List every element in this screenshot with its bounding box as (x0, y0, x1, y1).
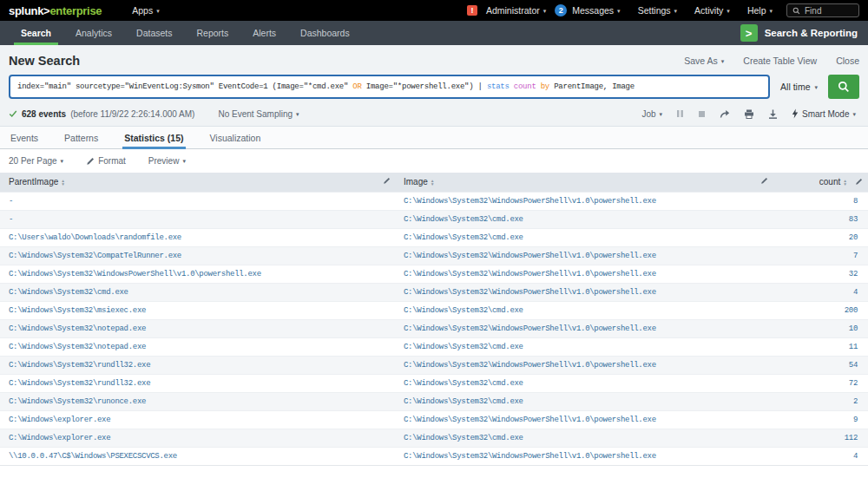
count-cell[interactable]: 11 (773, 337, 868, 356)
tab-statistics[interactable]: Statistics (15) (122, 127, 185, 148)
parent-image-cell[interactable]: C:\Windows\System32\notepad.exe (0, 337, 378, 356)
count-cell[interactable]: 2 (773, 392, 868, 410)
find-search-box[interactable] (786, 3, 859, 17)
image-cell[interactable]: C:\Windows\System32\WindowsPowerShell\v1… (395, 265, 755, 283)
count-cell[interactable]: 8 (773, 192, 868, 210)
parent-image-cell[interactable]: C:\Windows\System32\rundll32.exe (0, 374, 378, 392)
appnav-item-dashboards[interactable]: Dashboards (288, 21, 362, 45)
count-cell[interactable]: 4 (773, 447, 868, 465)
tab-visualization[interactable]: Visualization (208, 127, 263, 148)
current-app[interactable]: > Search & Reporting (740, 21, 868, 45)
activity-menu[interactable]: Activity ▾ (686, 0, 739, 21)
image-cell[interactable]: C:\Windows\System32\cmd.exe (395, 429, 755, 447)
messages-count-badge[interactable]: 2 (555, 4, 567, 16)
count-cell[interactable]: 9 (773, 410, 868, 429)
image-cell[interactable]: C:\Windows\System32\WindowsPowerShell\v1… (395, 246, 755, 265)
count-cell[interactable]: 83 (773, 210, 868, 228)
chevron-down-icon: ▾ (852, 111, 856, 117)
parent-image-cell[interactable]: C:\Windows\System32\runonce.exe (0, 392, 378, 410)
image-cell[interactable]: C:\Windows\System32\cmd.exe (395, 228, 755, 246)
user-menu[interactable]: Administrator ▾ (477, 0, 555, 21)
export-icon[interactable] (768, 109, 778, 119)
count-cell[interactable]: 32 (773, 265, 868, 283)
column-header-parentimage[interactable]: ParentImage ▴▾ (0, 173, 378, 192)
parent-image-cell[interactable]: C:\Windows\System32\CompatTelRunner.exe (0, 246, 378, 265)
settings-menu[interactable]: Settings ▾ (629, 0, 686, 21)
appnav-item-alerts[interactable]: Alerts (240, 21, 288, 45)
splunk-logo[interactable]: splunk>enterprise (9, 4, 102, 17)
format-menu[interactable]: Format (86, 156, 126, 166)
parent-image-cell[interactable]: C:\Windows\explorer.exe (0, 410, 378, 429)
job-menu[interactable]: Job ▾ (641, 109, 662, 119)
pencil-icon (86, 157, 95, 166)
messages-menu[interactable]: Messages ▾ (567, 0, 628, 21)
image-cell[interactable]: C:\Windows\System32\cmd.exe (395, 210, 755, 228)
parent-image-cell[interactable]: C:\Windows\System32\cmd.exe (0, 283, 378, 301)
print-icon[interactable] (744, 109, 754, 119)
tab-patterns[interactable]: Patterns (62, 127, 100, 148)
parent-image-cell[interactable]: C:\Users\waldo\Downloads\randomfile.exe (0, 228, 378, 246)
format-label: Format (98, 156, 126, 166)
column-label: Image (404, 177, 428, 187)
apps-menu[interactable]: Apps ▾ (123, 0, 168, 21)
parent-image-cell[interactable]: C:\Windows\System32\rundll32.exe (0, 356, 378, 374)
per-page-menu[interactable]: 20 Per Page ▾ (9, 156, 63, 166)
column-header-image[interactable]: Image ▴▾ (395, 173, 755, 192)
alert-badge[interactable]: ! (467, 5, 477, 16)
share-icon[interactable] (720, 109, 730, 119)
top-bar: splunk>enterprise Apps ▾ ! Administrator… (0, 0, 868, 21)
parent-image-cell[interactable]: C:\Windows\System32\WindowsPowerShell\v1… (0, 265, 378, 283)
find-input[interactable] (805, 6, 848, 16)
create-table-view-button[interactable]: Create Table View (743, 56, 817, 66)
save-as-button[interactable]: Save As ▾ (684, 56, 724, 66)
parent-image-cell[interactable]: - (0, 192, 378, 210)
image-cell[interactable]: C:\Windows\System32\WindowsPowerShell\v1… (395, 319, 755, 337)
count-cell[interactable]: 72 (773, 374, 868, 392)
parent-image-cell[interactable]: - (0, 210, 378, 228)
image-cell[interactable]: C:\Windows\System32\WindowsPowerShell\v1… (395, 283, 755, 301)
count-cell[interactable]: 20 (773, 228, 868, 246)
count-cell[interactable]: 10 (773, 319, 868, 337)
pause-icon[interactable] (676, 109, 684, 118)
close-button[interactable]: Close (836, 56, 859, 66)
event-sampling-menu[interactable]: No Event Sampling ▾ (218, 109, 299, 119)
image-cell[interactable]: C:\Windows\System32\WindowsPowerShell\v1… (395, 410, 755, 429)
stop-icon[interactable] (698, 110, 706, 118)
appnav-item-datasets[interactable]: Datasets (124, 21, 184, 45)
count-cell[interactable]: 112 (773, 429, 868, 447)
count-cell[interactable]: 4 (773, 283, 868, 301)
appnav-item-analytics[interactable]: Analytics (63, 21, 124, 45)
time-range-picker[interactable]: All time ▾ (770, 75, 828, 99)
parent-image-cell[interactable]: \\10.0.0.47\C$\Windows\PSEXECSCVCS.exe (0, 447, 378, 465)
count-cell[interactable]: 200 (773, 301, 868, 319)
edit-col-spacer (755, 392, 773, 410)
parent-image-cell[interactable]: C:\Windows\explorer.exe (0, 429, 378, 447)
search-bar-row: index="main" sourcetype="WinEventLog:Sys… (9, 75, 859, 99)
image-cell[interactable]: C:\Windows\System32\cmd.exe (395, 301, 755, 319)
appnav-item-search[interactable]: Search (9, 21, 63, 45)
count-cell[interactable]: 7 (773, 246, 868, 265)
edit-column-parentimage[interactable] (378, 173, 395, 192)
count-cell[interactable]: 54 (773, 356, 868, 374)
tab-events[interactable]: Events (9, 127, 40, 148)
parent-image-cell[interactable]: C:\Windows\System32\msiexec.exe (0, 301, 378, 319)
image-cell[interactable]: C:\Windows\System32\WindowsPowerShell\v1… (395, 447, 755, 465)
image-cell[interactable]: C:\Windows\System32\cmd.exe (395, 392, 755, 410)
search-button[interactable] (828, 75, 859, 99)
parent-image-cell[interactable]: C:\Windows\System32\notepad.exe (0, 319, 378, 337)
edit-col-spacer (755, 374, 773, 392)
help-menu[interactable]: Help ▾ (739, 0, 781, 21)
search-mode-menu[interactable]: Smart Mode ▾ (792, 108, 856, 119)
image-cell[interactable]: C:\Windows\System32\cmd.exe (395, 337, 755, 356)
column-header-count[interactable]: count ▴▾ (773, 173, 868, 192)
search-query-input[interactable]: index="main" sourcetype="WinEventLog:Sys… (9, 75, 770, 99)
table-row: C:\Users\waldo\Downloads\randomfile.exeC… (0, 228, 868, 246)
chevron-down-icon: ▾ (814, 84, 818, 90)
appnav-item-reports[interactable]: Reports (184, 21, 240, 45)
image-cell[interactable]: C:\Windows\System32\WindowsPowerShell\v1… (395, 192, 755, 210)
image-cell[interactable]: C:\Windows\System32\WindowsPowerShell\v1… (395, 356, 755, 374)
edit-column-image[interactable] (755, 173, 773, 192)
preview-menu[interactable]: Preview ▾ (148, 156, 186, 166)
image-cell[interactable]: C:\Windows\System32\cmd.exe (395, 374, 755, 392)
page-title: New Search (9, 54, 80, 68)
